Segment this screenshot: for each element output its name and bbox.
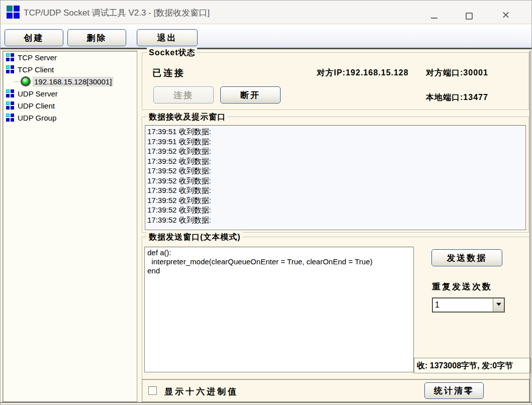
hex-checkbox[interactable] — [148, 386, 157, 395]
combobox-dropdown-button[interactable] — [493, 298, 504, 312]
connection-status: 已连接 — [152, 67, 186, 79]
socket-connected-icon — [21, 77, 30, 86]
tree-item[interactable]: TCP Client — [3, 63, 137, 75]
peer-port-label: 对方端口:30001 — [426, 68, 488, 78]
receive-line: 17:39:52 收到数据: — [147, 215, 523, 225]
socket-status-group: Socket状态 已连接 对方IP:192.168.15.128 对方端口:30… — [142, 52, 529, 110]
maximize-button[interactable] — [458, 1, 481, 24]
local-port-label: 本地端口:13477 — [426, 92, 488, 103]
connection-tree[interactable]: TCP ServerTCP Client192.168.15.128[30001… — [3, 51, 137, 402]
byte-stats: 收: 1373008字节, 发:0字节 — [414, 358, 531, 373]
disconnect-button[interactable]: 断开 — [220, 86, 281, 104]
title-bar: TCP/UDP Socket 调试工具 V2.3 - [数据收发窗口] ✕ — [1, 1, 531, 24]
receive-line: 17:39:51 收到数据: — [147, 127, 523, 137]
window-bottom-edge — [1, 402, 531, 403]
receive-line: 17:39:51 收到数据: — [147, 137, 523, 147]
minimize-button[interactable] — [422, 1, 446, 24]
send-group-label: 数据发送窗口(文本模式) — [147, 232, 243, 243]
tree-connector-line — [14, 81, 20, 82]
squares-icon — [6, 53, 14, 61]
app-icon — [7, 6, 20, 19]
create-button[interactable]: 创建 — [5, 29, 63, 46]
toolbar: 创建 删除 退出 — [1, 25, 531, 49]
close-icon: ✕ — [494, 10, 517, 20]
window-title: TCP/UDP Socket 调试工具 V2.3 - [数据收发窗口] — [24, 7, 210, 19]
receive-line: 17:39:52 收到数据: — [147, 166, 523, 176]
receive-line: 17:39:52 收到数据: — [147, 205, 523, 215]
tree-item[interactable]: UDP Group — [3, 112, 137, 124]
peer-ip-label: 对方IP:192.168.15.128 — [317, 68, 409, 78]
tree-item-label: UDP Client — [18, 102, 55, 110]
socket-status-group-label: Socket状态 — [147, 48, 197, 58]
chevron-down-icon — [496, 303, 501, 309]
receive-line: 17:39:52 收到数据: — [147, 146, 523, 156]
repeat-count-value: 1 — [433, 298, 493, 312]
receive-log[interactable]: 17:39:51 收到数据:17:39:51 收到数据:17:39:52 收到数… — [145, 125, 526, 230]
tree-item[interactable]: UDP Server — [3, 87, 137, 99]
tree-item-label: TCP Client — [18, 65, 54, 74]
bottom-panel: 显示十六进制值 统计清零 — [142, 379, 529, 402]
maximize-icon — [466, 13, 473, 20]
receive-group: 数据接收及提示窗口 17:39:51 收到数据:17:39:51 收到数据:17… — [142, 117, 529, 233]
receive-line: 17:39:52 收到数据: — [147, 176, 523, 186]
squares-icon — [6, 65, 14, 73]
tree-item-label: TCP Server — [18, 53, 57, 62]
squares-icon — [6, 89, 14, 97]
clear-stats-button[interactable]: 统计清零 — [424, 382, 484, 399]
connect-button[interactable]: 连接 — [153, 86, 214, 104]
tree-item[interactable]: UDP Client — [3, 99, 137, 112]
delete-button[interactable]: 删除 — [67, 29, 126, 46]
window-right-edge — [529, 51, 530, 402]
squares-icon — [6, 114, 14, 122]
send-data-button[interactable]: 发送数据 — [431, 249, 502, 266]
receive-line: 17:39:52 收到数据: — [147, 156, 523, 166]
tree-item-label: 192.168.15.128[30001] — [33, 77, 113, 86]
repeat-count-combobox[interactable]: 1 — [432, 297, 505, 313]
tree-item[interactable]: 192.168.15.128[30001] — [3, 75, 137, 87]
squares-icon — [6, 102, 14, 110]
repeat-count-label: 重复发送次数 — [432, 281, 492, 292]
send-text-input[interactable]: def a(): interpreter_mode(clearQueueOnEn… — [144, 247, 414, 372]
hex-checkbox-label: 显示十六进制值 — [164, 386, 238, 397]
minimize-icon — [431, 18, 437, 19]
receive-line: 17:39:52 收到数据: — [147, 195, 523, 206]
exit-button[interactable]: 退出 — [137, 29, 198, 46]
tree-item[interactable]: TCP Server — [3, 51, 137, 63]
receive-group-label: 数据接收及提示窗口 — [147, 112, 228, 123]
close-button[interactable]: ✕ — [494, 1, 517, 24]
tree-item-label: UDP Group — [18, 114, 56, 122]
receive-line: 17:39:52 收到数据: — [147, 185, 523, 195]
tree-item-label: UDP Server — [18, 89, 58, 98]
send-group: 数据发送窗口(文本模式) def a(): interpreter_mode(c… — [142, 237, 530, 379]
app-window: TCP/UDP Socket 调试工具 V2.3 - [数据收发窗口] ✕ 创建… — [0, 0, 532, 405]
